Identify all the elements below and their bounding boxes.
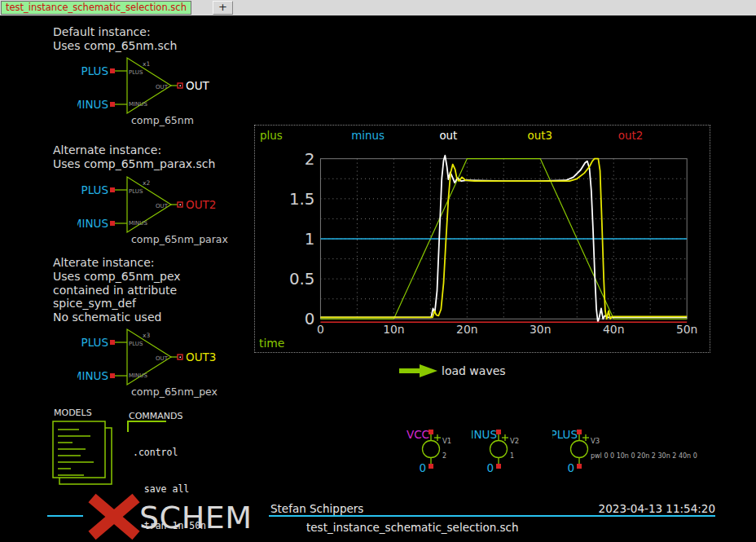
heading-line: Alternate instance: [53, 143, 215, 157]
source-designator: V2 [510, 437, 519, 445]
y-tick-label: 2 [305, 150, 315, 169]
pin-square [110, 340, 115, 345]
sheet-filename: test_instance_schematic_selection.sch [306, 521, 519, 534]
command-line: .control [133, 447, 387, 459]
legend-plus: plus [260, 130, 283, 142]
new-tab-button[interactable]: + [213, 1, 233, 15]
net-label-plus: PLUS [81, 64, 108, 77]
heading-pex-instance: Alterate instance: Uses comp_65nm_pex co… [53, 256, 181, 324]
timestamp: 2023-04-13 11:54:20 [562, 502, 715, 515]
symbol-name: comp_65nm_parax [131, 233, 228, 245]
source-net-label: VCC [407, 428, 429, 441]
load-waves-launcher[interactable]: load waves [399, 362, 530, 378]
pin-square [110, 187, 115, 192]
comparator-instance-x2[interactable]: PLUSMINUSPLUSMINUSOUTx2OUT2comp_65nm_par… [77, 173, 248, 248]
pin-name-plus: PLUS [129, 341, 143, 347]
pin-square [577, 430, 582, 434]
x-tick-label: 30n [530, 323, 551, 336]
heading-line: Uses comp_65nm_parax.sch [53, 157, 215, 171]
x-tick-label: 10n [383, 323, 404, 336]
pin-dot [180, 86, 182, 87]
heading-line: Uses comp_65nm.sch [53, 39, 177, 53]
net-label-minus: MINUS [77, 98, 108, 111]
pin-dot [180, 357, 182, 359]
net-label-out: OUT [186, 79, 210, 92]
pin-name-out: OUT [156, 355, 169, 362]
legend-out3: out3 [528, 130, 552, 142]
legend-out2: out2 [618, 130, 643, 142]
pin-square [496, 430, 501, 434]
title-block-underline [269, 515, 715, 517]
launcher-arrow-icon [399, 364, 440, 378]
pin-square [110, 68, 115, 73]
net-label-plus: PLUS [81, 336, 108, 349]
ground-label: 0 [419, 461, 426, 474]
source-circle [423, 441, 440, 458]
source-designator: V1 [442, 437, 451, 445]
x-tick-label: 50n [676, 323, 697, 336]
voltage-source-v3[interactable]: PLUS0V3pwl 0 0 10n 0 20n 2 30n 2 40n 0 [552, 426, 748, 475]
pin-name-minus: MINUS [129, 101, 147, 108]
y-tick-label: 1.5 [289, 190, 315, 209]
models-icon[interactable] [51, 417, 116, 487]
instance-designator: x3 [143, 332, 150, 339]
net-label-out: OUT2 [186, 198, 216, 211]
legend-out: out [439, 130, 457, 142]
x-tick-label: 20n [456, 323, 477, 336]
pin-dot [180, 205, 182, 206]
symbol-name: comp_65nm_pex [131, 386, 218, 398]
waveform-graph[interactable]: 00.511.52010n20n30n40n50nplusminusoutout… [254, 125, 710, 353]
heading-line: Default instance: [53, 25, 177, 39]
pin-name-plus: PLUS [129, 188, 143, 195]
pin-name-plus: PLUS [129, 69, 143, 76]
source-circle [571, 441, 588, 458]
symbol-name: comp_65nm [131, 114, 194, 126]
y-tick-label: 1 [305, 230, 315, 249]
heading-line: spice_sym_def [53, 297, 181, 311]
ground-label: 0 [567, 461, 574, 474]
comparator-instance-x3[interactable]: PLUSMINUSPLUSMINUSOUTx3OUT3comp_65nm_pex [77, 325, 248, 400]
tab-schematic[interactable]: test_instance_schematic_selection.sch [1, 1, 191, 15]
xschem-logo-text: SCHEM [139, 500, 253, 535]
heading-alternate-instance: Alternate instance: Uses comp_65nm_parax… [53, 143, 215, 171]
pin-name-out: OUT [156, 203, 169, 209]
pin-name-minus: MINUS [129, 372, 147, 379]
net-label-minus: MINUS [77, 369, 108, 382]
xschem-logo-x [84, 493, 144, 540]
ground-label: 0 [486, 461, 494, 474]
source-net-label: MINUS [472, 428, 497, 441]
source-net-label: PLUS [552, 428, 578, 441]
heading-default-instance: Default instance: Uses comp_65nm.sch [53, 25, 177, 53]
source-value: 1 [510, 452, 514, 460]
heading-line: Alterate instance: [53, 256, 181, 270]
tab-bar: test_instance_schematic_selection.sch + [0, 0, 756, 15]
commands-block[interactable]: COMMANDS .control save all tran 1n 50n w… [122, 408, 407, 489]
source-circle [490, 441, 508, 458]
y-tick-label: 0.5 [289, 270, 315, 289]
pin-name-minus: MINUS [129, 220, 147, 227]
source-designator: V3 [591, 437, 600, 445]
pin-square [429, 430, 433, 434]
x-axis-label: time [259, 337, 284, 350]
source-value: pwl 0 0 10n 0 20n 2 30n 2 40n 0 [591, 452, 697, 460]
pin-square [429, 464, 433, 469]
legend-minus: minus [351, 130, 385, 142]
source-value: 2 [442, 452, 446, 460]
instance-designator: x1 [143, 60, 150, 68]
pin-square [110, 102, 115, 107]
pin-square [110, 221, 115, 226]
heading-line: contained in attribute [53, 284, 181, 297]
y-tick-label: 0 [305, 310, 315, 328]
heading-line: No schematic used [53, 311, 181, 324]
net-label-minus: MINUS [77, 217, 108, 230]
pin-square [577, 464, 582, 469]
comparator-instance-x1[interactable]: PLUSMINUSPLUSMINUSOUTx1OUTcomp_65nm [77, 54, 248, 129]
instance-designator: x2 [143, 179, 150, 187]
author-name: Stefan Schippers [270, 502, 363, 515]
net-label-plus: PLUS [81, 183, 108, 196]
command-line: save all [133, 483, 387, 496]
waveform-plot: 00.511.52010n20n30n40n50nplusminusoutout… [255, 126, 710, 352]
pin-square [496, 464, 501, 469]
heading-line: Uses comp_65nm_pex [53, 270, 181, 284]
net-label-out: OUT3 [186, 350, 216, 364]
